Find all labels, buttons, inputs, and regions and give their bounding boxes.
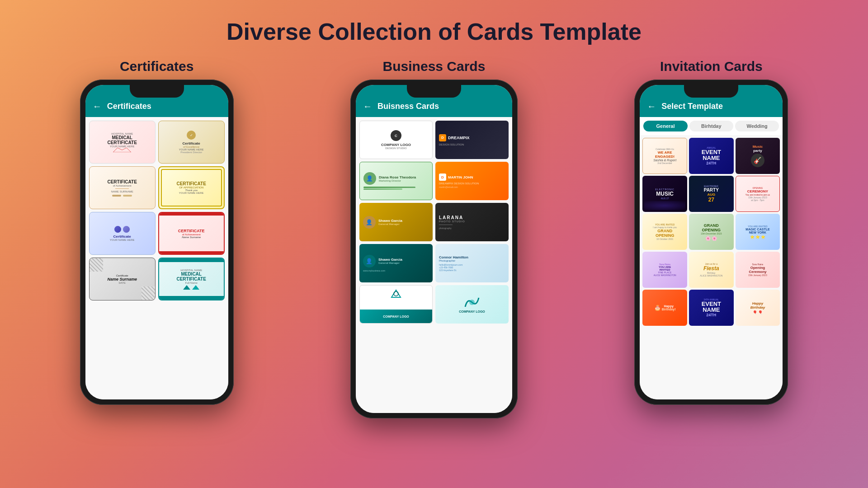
cert-card-gold[interactable]: ✓ Certificate of Excellence YOUR NAME HE… [158,121,225,164]
phone-notch-inv [684,85,738,98]
inv-card-grand2[interactable]: GRAND OPENING 13th December 2023 🌸 🌸 [689,214,734,250]
invitation-section: Invitation Cards ← Select Template Gener… [582,59,841,405]
phones-container: Certificates ← Certificates HOSPITAL NAM… [27,59,841,418]
certificates-section: Certificates ← Certificates HOSPITAL NAM… [27,59,286,405]
business-section: Business Cards ← Buisness Cards C [304,59,563,418]
app-header-title-cert: Certificates [107,102,151,111]
biz-card-logo2[interactable]: COMPANY LOGO [359,285,433,324]
certificates-phone: ← Certificates HOSPITAL NAME MEDICAL CER… [80,80,234,405]
svg-marker-0 [113,148,131,152]
cert-card-medical[interactable]: HOSPITAL NAME MEDICAL CERTIFICATE YOUR N… [89,121,156,164]
biz-card-dreampix[interactable]: D DREAMPIX DESIGN SOLUTION [435,121,509,159]
invitation-label: Invitation Cards [660,59,763,74]
inv-card-engaged[interactable]: Celebrate With Us WE ARE ENGAGED! Sashia… [642,138,687,174]
svg-point-1 [394,291,398,296]
tab-wedding[interactable]: Wedding [735,121,779,131]
cert-card-blue[interactable]: Certificate YOUR NAME HERE [89,212,156,255]
inv-card-birthday[interactable]: 🎂 Happy Birthday! [642,290,687,326]
biz-card-connor[interactable]: Connor Hamilton Photographer hello@lorem… [435,244,509,282]
back-arrow-inv[interactable]: ← [647,101,656,112]
inv-card-ceremony1[interactable]: Opening CEREMONY You are invited to join… [736,176,780,212]
biz-card-teal2[interactable]: COMPANY LOGO [435,285,509,324]
biz-card-martin[interactable]: D MARTIN JOHN DREAMPIX DESIGN SOLUTION m… [435,162,509,200]
inv-card-magic[interactable]: YOU ARE INVITED MAGIC CASTLE NEW YORK ⭐ … [736,214,780,250]
biz-card-diana[interactable]: 👤 Diana Rose Theodora Marketing Director [359,162,433,200]
inv-card-grand1[interactable]: YOU ARE INVITED I am happy to invite you… [642,214,687,250]
cert-card-medical2[interactable]: HOSPITAL NAME MEDICAL CERTIFICATE Full N… [158,258,225,300]
cert-card-red[interactable]: CERTIFICATE of Achievement Name Surname [158,212,225,255]
tab-general[interactable]: General [643,121,687,131]
inv-card-event1[interactable]: ANNUAL EVENT NAME 24TH [689,138,734,174]
biz-card-larana[interactable]: LARANA PHOTO STUDIO photography [435,203,509,241]
biz-grid: C COMPANY LOGO DESIGN STUDIO D DRE [356,117,512,327]
business-label: Business Cards [383,59,486,74]
tab-birthday[interactable]: Birhtday [689,121,733,131]
inv-card-electronic-music[interactable]: ELECTRONIC MUSIC AUG 27 [642,176,687,212]
inv-card-music[interactable]: Music party 🎸 [736,138,780,174]
inv-card-happy-birthday[interactable]: Happy Birthday 🎈 🎈 [736,290,780,326]
cert-card-achievement[interactable]: CERTIFICATE of Achievement NAME SURNAME [89,166,156,209]
biz-content[interactable]: C COMPANY LOGO DESIGN STUDIO D DRE [356,117,512,413]
page-title: Diverse Collection of Cards Template [226,18,642,45]
cert-grid: HOSPITAL NAME MEDICAL CERTIFICATE YOUR N… [85,117,228,304]
app-header-title-inv: Select Template [661,102,723,111]
app-header-title-biz: Buisness Cards [377,102,439,111]
biz-card-shawo2[interactable]: 👤 Shawo Garcia General Manager www.mybus… [359,244,433,282]
inv-card-opening2[interactable]: Sora Rains Opening Ceremony 15th January… [736,252,780,288]
inv-card-invite1[interactable]: Sora Rains YOU ARE INVITED FINE PLACE AL… [642,252,687,288]
invitation-phone: ← Select Template General Birhtday Weddi… [634,80,788,405]
cert-card-appreciation[interactable]: CERTIFICATE OF APPRECIATION Thank you YO… [158,166,225,209]
svg-point-2 [469,300,475,305]
inv-card-electronic-party[interactable]: ELECTRONIC PARTY AUG 27 [689,176,734,212]
business-phone: ← Buisness Cards C COMPANY LOGO DESIGN S… [350,80,518,418]
inv-card-fiesta[interactable]: Join us for a Fiesta Birthday ALICE WASH… [689,252,734,288]
certificates-label: Certificates [120,59,193,74]
biz-card-logo1[interactable]: C COMPANY LOGO DESIGN STUDIO [359,121,433,159]
inv-card-event2[interactable]: 24TH ANNUAL EVENT NAME 24TH [689,290,734,326]
back-arrow-biz[interactable]: ← [363,101,372,112]
cert-card-script[interactable]: Certificate Name Surname DATE [89,258,156,300]
inv-grid: Celebrate With Us WE ARE ENGAGED! Sashia… [640,135,783,328]
inv-content[interactable]: Celebrate With Us WE ARE ENGAGED! Sashia… [640,135,783,399]
back-arrow-icon[interactable]: ← [93,101,102,112]
biz-card-shawo[interactable]: 👤 Shawo Garcia General Manager [359,203,433,241]
phone-notch-biz [407,85,461,98]
phone-notch [130,85,184,98]
inv-tabs-container: General Birhtday Wedding [640,117,783,135]
cert-content[interactable]: HOSPITAL NAME MEDICAL CERTIFICATE YOUR N… [85,117,228,399]
